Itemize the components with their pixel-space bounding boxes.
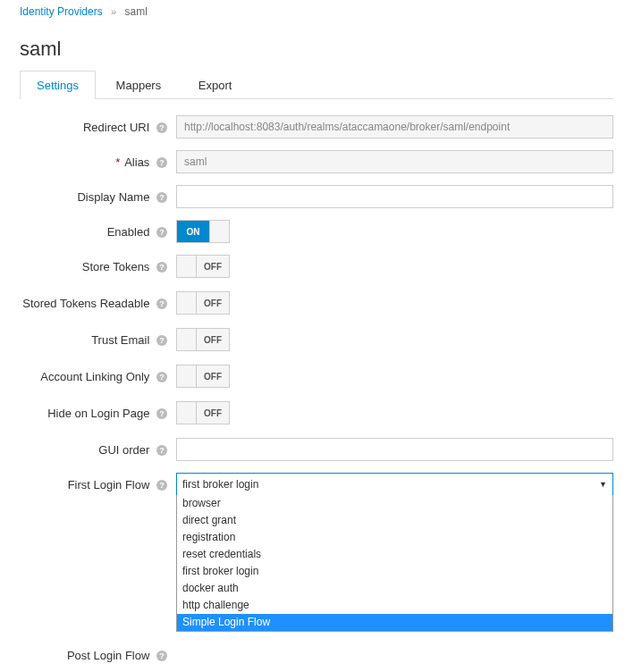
flow-option[interactable]: first broker login (177, 563, 612, 580)
tab-mappers[interactable]: Mappers (99, 71, 179, 99)
tab-export[interactable]: Export (181, 71, 249, 99)
toggle-off-label: OFF (197, 329, 229, 350)
chevron-down-icon: ▼ (599, 480, 607, 489)
help-icon[interactable]: ? (156, 408, 167, 419)
help-icon[interactable]: ? (156, 262, 167, 273)
help-icon[interactable]: ? (156, 372, 167, 382)
label-store-tokens: Store Tokens (82, 260, 150, 273)
label-redirect-uri: Redirect URI (83, 121, 149, 134)
first-login-flow-value: first broker login (182, 478, 258, 491)
label-first-login-flow: First Login Flow (68, 478, 150, 491)
label-display-name: Display Name (77, 190, 149, 204)
help-icon[interactable]: ? (156, 122, 167, 133)
hide-on-login-page-toggle[interactable]: OFF (176, 401, 230, 424)
label-trust-email: Trust Email (91, 333, 149, 347)
toggle-handle (177, 365, 197, 387)
breadcrumb: Identity Providers » saml (20, 5, 613, 18)
breadcrumb-parent-link[interactable]: Identity Providers (20, 5, 103, 18)
toggle-handle (209, 221, 229, 242)
trust-email-toggle[interactable]: OFF (176, 328, 230, 351)
help-icon[interactable]: ? (156, 480, 167, 491)
breadcrumb-separator: » (111, 6, 116, 17)
toggle-handle (177, 329, 197, 350)
first-login-flow-dropdown[interactable]: browserdirect grantregistrationreset cre… (176, 495, 613, 632)
label-enabled: Enabled (107, 225, 150, 239)
help-icon[interactable]: ? (156, 445, 167, 456)
label-post-login-flow: Post Login Flow (67, 649, 150, 662)
tabs: Settings Mappers Export (20, 70, 613, 99)
first-login-flow-select[interactable]: first broker login ▼ (176, 473, 613, 496)
required-marker: * (115, 155, 120, 169)
redirect-uri-input[interactable] (176, 115, 613, 139)
page-title: saml (20, 38, 613, 61)
label-gui-order: GUI order (98, 443, 149, 457)
toggle-handle (177, 402, 197, 424)
help-icon[interactable]: ? (156, 335, 167, 346)
flow-option[interactable]: reset credentials (177, 546, 612, 563)
flow-option[interactable]: docker auth (177, 580, 612, 597)
tab-settings[interactable]: Settings (20, 71, 96, 99)
display-name-input[interactable] (176, 185, 613, 208)
help-icon[interactable]: ? (156, 651, 167, 661)
account-linking-only-toggle[interactable]: OFF (176, 365, 230, 388)
toggle-off-label: OFF (197, 256, 229, 277)
alias-input[interactable] (176, 150, 613, 173)
help-icon[interactable]: ? (156, 192, 167, 203)
toggle-off-label: OFF (197, 402, 229, 424)
flow-option[interactable]: browser (177, 495, 612, 512)
flow-option[interactable]: Simple Login Flow (177, 614, 612, 631)
label-stored-tokens-readable: Stored Tokens Readable (22, 297, 149, 310)
label-hide-on-login-page: Hide on Login Page (47, 407, 149, 420)
flow-option[interactable]: http challenge (177, 597, 612, 614)
toggle-handle (177, 256, 197, 277)
flow-option[interactable]: direct grant (177, 512, 612, 529)
help-icon[interactable]: ? (156, 298, 167, 309)
help-icon[interactable]: ? (156, 227, 167, 238)
store-tokens-toggle[interactable]: OFF (176, 255, 230, 278)
flow-option[interactable]: registration (177, 529, 612, 546)
toggle-handle (177, 292, 197, 314)
label-account-linking-only: Account Linking Only (40, 370, 149, 383)
enabled-toggle[interactable]: ON (176, 220, 230, 243)
toggle-off-label: OFF (197, 365, 229, 387)
stored-tokens-readable-toggle[interactable]: OFF (176, 291, 230, 315)
help-icon[interactable]: ? (156, 157, 167, 168)
toggle-off-label: OFF (197, 292, 229, 314)
breadcrumb-current: saml (125, 5, 148, 18)
label-alias: Alias (124, 155, 149, 169)
toggle-on-label: ON (177, 221, 209, 242)
gui-order-input[interactable] (176, 438, 613, 461)
